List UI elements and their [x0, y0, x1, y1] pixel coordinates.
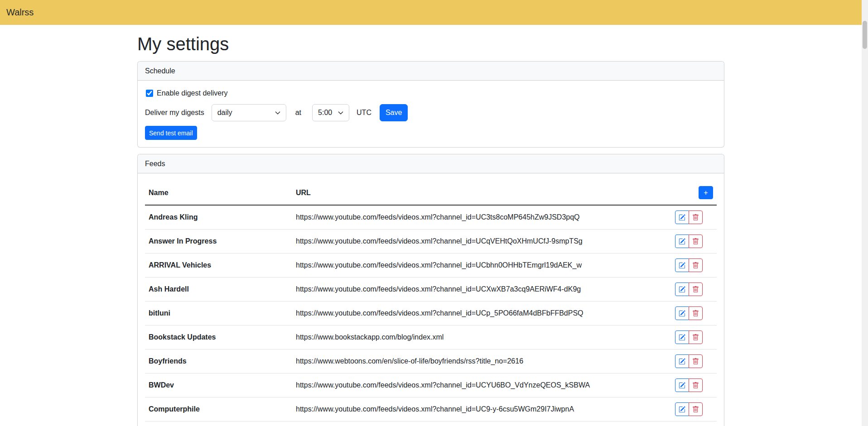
delete-feed-button[interactable]	[689, 354, 703, 368]
trash-delete-icon	[692, 406, 699, 413]
feed-url: https://www.youtube.com/feeds/videos.xml…	[292, 254, 671, 278]
scrollbar-track[interactable]	[862, 0, 868, 426]
test-email-row: Send test email	[145, 126, 717, 140]
pencil-edit-icon	[679, 286, 685, 293]
time-select-value: 5:00	[318, 109, 332, 117]
feed-actions	[671, 373, 717, 397]
delete-feed-button[interactable]	[689, 235, 703, 248]
table-row: Ash Hardell https://www.youtube.com/feed…	[145, 278, 717, 302]
feed-action-group	[675, 306, 703, 320]
pencil-edit-icon	[679, 262, 685, 269]
trash-delete-icon	[692, 382, 699, 389]
edit-feed-button[interactable]	[675, 235, 689, 248]
send-test-email-button[interactable]: Send test email	[145, 126, 197, 140]
edit-feed-button[interactable]	[675, 282, 689, 296]
trash-delete-icon	[692, 334, 699, 341]
page-title: My settings	[137, 33, 724, 55]
feed-actions	[671, 325, 717, 349]
pencil-edit-icon	[679, 238, 685, 245]
edit-feed-button[interactable]	[675, 330, 689, 344]
pencil-edit-icon	[679, 310, 685, 317]
delete-feed-button[interactable]	[689, 330, 703, 344]
feed-url: https://www.youtube.com/feeds/videos.xml…	[292, 278, 671, 302]
feed-actions	[671, 349, 717, 373]
table-row: bitluni https://www.youtube.com/feeds/vi…	[145, 302, 717, 325]
feeds-table-body: Andreas Kling https://www.youtube.com/fe…	[145, 205, 717, 426]
edit-feed-button[interactable]	[675, 378, 689, 392]
feed-actions	[671, 230, 717, 254]
schedule-card-body: Enable digest delivery Deliver my digest…	[138, 81, 724, 147]
trash-delete-icon	[692, 286, 699, 293]
feeds-table-head: Name URL +	[145, 181, 717, 205]
feed-actions	[671, 278, 717, 302]
feed-url: https://www.bookstackapp.com/blog/index.…	[292, 325, 671, 349]
trash-delete-icon	[692, 358, 699, 365]
column-header-name: Name	[145, 181, 292, 205]
feed-url: https://www.youtube.com/feeds/videos.xml…	[292, 302, 671, 325]
feed-action-group	[675, 258, 703, 272]
feed-actions	[671, 397, 717, 421]
pencil-edit-icon	[679, 406, 685, 413]
table-row: Andreas Kling https://www.youtube.com/fe…	[145, 205, 717, 230]
frequency-select[interactable]: daily	[212, 104, 286, 121]
feed-name: Bookstack Updates	[145, 325, 292, 349]
feed-name: Boyfriends	[145, 349, 292, 373]
trash-delete-icon	[692, 238, 699, 245]
time-select[interactable]: 5:00	[312, 104, 349, 121]
delete-feed-button[interactable]	[689, 258, 703, 272]
feed-actions	[671, 205, 717, 230]
feed-action-group	[675, 211, 703, 224]
delete-feed-button[interactable]	[689, 211, 703, 224]
edit-feed-button[interactable]	[675, 258, 689, 272]
table-row: Answer In Progress https://www.youtube.c…	[145, 230, 717, 254]
feeds-table: Name URL + Andreas Kling https://www.you…	[145, 181, 717, 426]
delete-feed-button[interactable]	[689, 306, 703, 320]
save-button[interactable]: Save	[380, 104, 408, 121]
feed-name: Answer In Progress	[145, 230, 292, 254]
feed-name: Ash Hardell	[145, 278, 292, 302]
deliver-label: Deliver my digests	[145, 109, 204, 117]
delete-feed-button[interactable]	[689, 282, 703, 296]
frequency-select-value: daily	[217, 109, 232, 117]
feed-url: https://www.youtube.com/feeds/videos.xml…	[292, 230, 671, 254]
feed-name: Andreas Kling	[145, 205, 292, 230]
top-navbar: Walrss	[0, 0, 862, 25]
main-container: My settings Schedule Enable digest deliv…	[132, 33, 730, 426]
feed-actions	[671, 421, 717, 426]
delete-feed-button[interactable]	[689, 402, 703, 416]
delete-feed-button[interactable]	[689, 378, 703, 392]
edit-feed-button[interactable]	[675, 211, 689, 224]
enable-digest-row: Enable digest delivery	[145, 88, 717, 99]
pencil-edit-icon	[679, 382, 685, 389]
column-header-url: URL	[292, 181, 671, 205]
enable-digest-checkbox[interactable]	[146, 90, 153, 97]
feed-action-group	[675, 354, 703, 368]
edit-feed-button[interactable]	[675, 306, 689, 320]
feed-name: bitluni	[145, 302, 292, 325]
pencil-edit-icon	[679, 358, 685, 365]
feeds-card-body: Name URL + Andreas Kling https://www.you…	[138, 173, 724, 426]
table-row: Computerphile https://www.youtube.com/fe…	[145, 397, 717, 421]
feed-name: BWDev	[145, 373, 292, 397]
table-row: ARRIVAL Vehicles https://www.youtube.com…	[145, 254, 717, 278]
feed-url: https://www.youtube.com/feeds/videos.xml…	[292, 205, 671, 230]
feed-action-group	[675, 402, 703, 416]
feed-action-group	[675, 235, 703, 248]
feed-url: https://www.webtoons.com/en/slice-of-lif…	[292, 349, 671, 373]
feeds-card-header: Feeds	[138, 154, 724, 173]
edit-feed-button[interactable]	[675, 402, 689, 416]
app-viewport: Walrss My settings Schedule Enable diges…	[0, 0, 862, 426]
feeds-card: Feeds Name URL + Andreas Kling https://	[137, 154, 724, 426]
at-label: at	[295, 109, 301, 117]
enable-digest-label: Enable digest delivery	[157, 89, 228, 97]
brand-link[interactable]: Walrss	[6, 7, 34, 18]
feed-url: https://www.youtube.com/feeds/videos.xml…	[292, 421, 671, 426]
edit-feed-button[interactable]	[675, 354, 689, 368]
chevron-down-icon	[275, 109, 280, 117]
feed-url: https://www.youtube.com/feeds/videos.xml…	[292, 397, 671, 421]
feed-name: ARRIVAL Vehicles	[145, 254, 292, 278]
add-feed-button[interactable]: +	[699, 186, 713, 199]
scrollbar-thumb[interactable]	[863, 21, 867, 49]
chevron-down-icon	[338, 109, 343, 117]
pencil-edit-icon	[679, 214, 685, 221]
